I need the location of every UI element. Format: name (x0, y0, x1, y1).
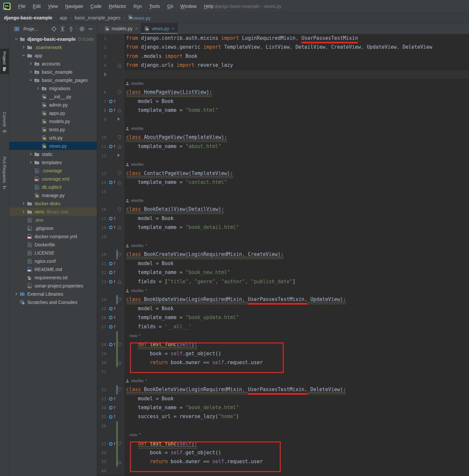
tree-item-templates[interactable]: templates (9, 158, 97, 166)
vcs-change-bar[interactable] (116, 421, 118, 430)
tree-item-docker-compose.yml[interactable]: YMLdocker-compose.yml (9, 232, 97, 240)
chevron-closed-icon[interactable] (34, 87, 41, 90)
chevron-open-icon[interactable] (13, 37, 20, 41)
fold-start-marker[interactable] (117, 135, 122, 139)
hide-panel-icon[interactable] (86, 25, 95, 33)
collapse-all-icon[interactable] (67, 25, 75, 33)
author-inlay[interactable]: elwillie (125, 196, 143, 205)
menu-item-refactor[interactable]: Refactor (105, 0, 130, 13)
chevron-open-icon[interactable] (27, 78, 34, 82)
menu-item-navigate[interactable]: Navigate (62, 0, 87, 13)
tree-item-README.md[interactable]: MDREADME.md (9, 265, 97, 273)
tree-item-django-basic-example[interactable]: django-basic-exampleD:\code (9, 35, 97, 43)
overrides-gutter-icon[interactable]: ↑ (108, 277, 117, 286)
fold-end-marker[interactable] (117, 180, 122, 185)
breadcrumb-item-basic_example_pages[interactable]: basic_example_pages (74, 15, 120, 20)
tree-item-Scratches and Consoles[interactable]: Scratches and Consoles (9, 298, 97, 306)
overrides-gutter-icon[interactable]: ↑ (108, 313, 117, 322)
menu-item-edit[interactable]: Edit (29, 0, 44, 13)
fold-end-marker[interactable] (117, 225, 122, 230)
tree-item-.gitignore[interactable]: .gitignore (9, 224, 97, 232)
vcs-change-bar[interactable] (116, 331, 118, 340)
stripe-button-project[interactable]: Project (0, 49, 9, 74)
fold-end-marker[interactable] (117, 144, 122, 149)
chevron-closed-icon[interactable] (27, 152, 34, 156)
tree-item-basic_example[interactable]: basic_example (9, 68, 97, 76)
overrides-gutter-icon[interactable]: ↑ (108, 259, 117, 268)
tree-item-migrations[interactable]: migrations (9, 84, 97, 92)
fold-start-marker[interactable] (117, 298, 122, 302)
overrides-gutter-icon[interactable]: ↑ (108, 106, 117, 115)
tree-item-tests.py[interactable]: tests.py (9, 125, 97, 134)
menu-item-git[interactable]: Git (164, 0, 177, 13)
locate-file-icon[interactable] (50, 25, 58, 33)
tree-item-urls.py[interactable]: urls.py (9, 134, 97, 142)
stripe-button-commit[interactable]: Commit (0, 109, 9, 136)
fold-start-marker[interactable] (117, 90, 122, 95)
chevron-closed-icon[interactable] (27, 70, 34, 74)
tree-item-manage.py[interactable]: manage.py (9, 191, 97, 199)
tree-item-coverage.xml[interactable]: <>coverage.xml (9, 175, 97, 183)
vcs-change-bar[interactable] (116, 448, 118, 457)
tree-item-sonar-project.properties[interactable]: sonar-project.properties (9, 282, 97, 290)
tree-item-.scannerwork[interactable]: .scannerwork (9, 43, 97, 51)
chevron-open-icon[interactable] (20, 54, 27, 57)
chevron-closed-icon[interactable] (20, 202, 27, 205)
tree-item-LICENSE[interactable]: LICENSE (9, 249, 97, 257)
menu-item-view[interactable]: View (44, 0, 62, 13)
settings-gear-icon[interactable] (78, 25, 86, 33)
fold-end-marker[interactable] (117, 63, 122, 67)
author-inlay[interactable]: elwillie* (125, 286, 147, 295)
overrides-gutter-icon[interactable]: ↑ (108, 178, 117, 187)
tree-item-__init__.py[interactable]: __init__.py (9, 92, 97, 101)
fold-start-marker[interactable] (117, 442, 122, 446)
author-inlay[interactable]: elwillie* (125, 376, 147, 385)
tree-item-db.sqlite3[interactable]: ?db.sqlite3 (9, 183, 97, 191)
menu-item-tools[interactable]: Tools (145, 0, 164, 13)
overrides-gutter-icon[interactable]: ↑ (108, 340, 117, 349)
tree-item-.coverage[interactable]: ?.coverage (9, 166, 97, 175)
vcs-change-bar[interactable] (116, 349, 118, 358)
tree-item-basic_example_pages[interactable]: basic_example_pages (9, 76, 97, 84)
fold-start-marker[interactable] (117, 388, 122, 392)
stripe-button-pull-requests[interactable]: Pull Requests (0, 154, 9, 192)
chevron-closed-icon[interactable] (20, 45, 27, 49)
vcs-change-bar[interactable] (116, 430, 118, 439)
tree-item-docker-disks[interactable]: docker-disks (9, 199, 97, 208)
tree-item-app[interactable]: app (9, 51, 97, 60)
overrides-gutter-icon[interactable]: ↑ (108, 223, 117, 232)
overrides-gutter-icon[interactable]: ↑ (108, 439, 117, 448)
fold-start-marker[interactable] (117, 208, 122, 212)
tab-close-icon[interactable]: × (135, 26, 138, 31)
editor-tab-views.py[interactable]: views.py× (141, 23, 177, 34)
fold-start-marker[interactable] (117, 342, 122, 347)
overrides-gutter-icon[interactable]: ↑ (108, 97, 117, 106)
tab-close-icon[interactable]: × (172, 26, 174, 31)
author-inlay[interactable]: elwillie (125, 124, 143, 133)
fold-start-marker[interactable] (117, 253, 122, 257)
chevron-closed-icon[interactable] (27, 161, 34, 164)
author-inlay[interactable]: elwillie (125, 160, 143, 169)
menu-item-window[interactable]: Window (177, 0, 200, 13)
fold-start-marker[interactable] (117, 171, 122, 176)
tree-item-models.py[interactable]: models.py (9, 117, 97, 125)
overrides-gutter-icon[interactable]: ↑ (108, 403, 117, 412)
overrides-gutter-icon[interactable]: ↑ (108, 412, 117, 421)
tree-item-apps.py[interactable]: apps.py (9, 109, 97, 117)
overrides-gutter-icon[interactable]: ↑ (108, 142, 117, 151)
chevron-closed-icon[interactable] (20, 210, 27, 213)
tree-item-nginx.conf[interactable]: nginx.conf (9, 257, 97, 265)
fold-end-marker[interactable] (117, 361, 122, 365)
author-inlay[interactable]: elwillie* (125, 241, 147, 250)
editor-tab-models.py[interactable]: models.py× (101, 23, 141, 34)
tree-item-venv[interactable]: venvlibrary root (9, 208, 97, 216)
tree-item-static[interactable]: static (9, 150, 97, 158)
editor-lines[interactable]: 1from django.contrib.auth.mixins import … (97, 34, 469, 476)
menu-item-file[interactable]: File (14, 0, 29, 13)
overrides-gutter-icon[interactable]: ↑ (108, 322, 117, 331)
fold-end-marker[interactable] (117, 108, 122, 113)
tree-item-Dockerfile[interactable]: Dockerfile (9, 240, 97, 249)
menu-item-run[interactable]: Run (130, 0, 146, 13)
tree-item-views.py[interactable]: views.py (9, 142, 97, 150)
fold-end-marker[interactable] (117, 460, 122, 464)
